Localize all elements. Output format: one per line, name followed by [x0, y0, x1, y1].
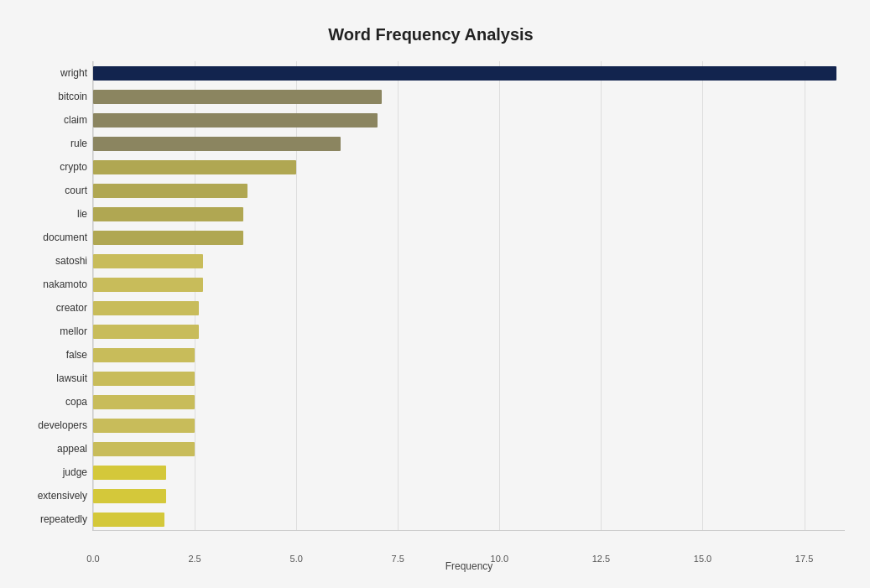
y-label-lie: lie — [17, 202, 87, 226]
y-label-repeatedly: repeatedly — [17, 507, 87, 531]
bar-row-nakamoto — [93, 278, 845, 292]
bar-row-claim — [93, 113, 845, 127]
grid-line — [805, 61, 805, 530]
bar-lawsuit — [93, 372, 195, 386]
y-label-satoshi: satoshi — [17, 249, 87, 273]
bar-row-mellor — [93, 325, 845, 339]
bar-repeatedly — [93, 513, 164, 527]
y-label-copa: copa — [17, 390, 87, 414]
bar-appeal — [93, 442, 195, 456]
bar-extensively — [93, 489, 166, 503]
bar-nakamoto — [93, 278, 203, 292]
bar-creator — [93, 301, 199, 315]
y-label-mellor: mellor — [17, 320, 87, 343]
grid-line — [93, 61, 94, 530]
bar-row-court — [93, 184, 845, 198]
bar-copa — [93, 395, 195, 409]
grid-line — [296, 61, 297, 530]
x-tick-label: 0.0 — [86, 554, 99, 564]
grid-line — [702, 61, 703, 530]
bar-row-appeal — [93, 442, 845, 456]
y-label-nakamoto: nakamoto — [17, 273, 87, 296]
y-label-court: court — [17, 179, 87, 202]
y-labels: wrightbitcoinclaimrulecryptocourtliedocu… — [17, 61, 92, 531]
y-label-rule: rule — [17, 132, 87, 155]
bar-row-bitcoin — [93, 90, 845, 104]
x-tick-label: 12.5 — [592, 554, 610, 564]
bar-row-lie — [93, 207, 845, 221]
chart-area: wrightbitcoinclaimrulecryptocourtliedocu… — [17, 61, 845, 531]
x-tick-label: 10.0 — [491, 554, 508, 564]
bar-lie — [93, 207, 243, 221]
y-label-extensively: extensively — [17, 484, 87, 507]
y-label-developers: developers — [17, 414, 87, 437]
x-tick-label: 17.5 — [795, 554, 813, 564]
y-label-crypto: crypto — [17, 155, 87, 179]
bar-row-repeatedly — [93, 513, 845, 527]
bar-court — [93, 184, 247, 198]
y-label-bitcoin: bitcoin — [17, 85, 87, 108]
bar-row-lawsuit — [93, 372, 845, 386]
y-label-claim: claim — [17, 108, 87, 132]
grid-line — [499, 61, 500, 530]
bar-row-creator — [93, 301, 845, 315]
bar-satoshi — [93, 254, 203, 268]
bar-document — [93, 231, 243, 245]
x-axis-title: Frequency — [445, 560, 493, 572]
bar-row-false — [93, 348, 845, 362]
y-label-appeal: appeal — [17, 437, 87, 461]
bar-row-judge — [93, 466, 845, 480]
bar-row-wright — [93, 66, 845, 81]
x-tick-label: 15.0 — [694, 554, 711, 564]
bar-row-developers — [93, 419, 845, 433]
y-label-lawsuit: lawsuit — [17, 367, 87, 390]
chart-container: Word Frequency Analysis wrightbitcoincla… — [0, 0, 870, 588]
bar-judge — [93, 466, 166, 480]
grid-line — [398, 61, 399, 530]
grid-line — [601, 61, 602, 530]
bar-developers — [93, 419, 195, 433]
bar-false — [93, 348, 195, 362]
bars-area: 0.02.55.07.510.012.515.017.5 Frequency — [92, 61, 845, 531]
y-label-judge: judge — [17, 461, 87, 484]
bar-row-rule — [93, 137, 845, 151]
y-label-creator: creator — [17, 296, 87, 320]
x-tick-label: 2.5 — [188, 554, 201, 564]
y-label-document: document — [17, 226, 87, 249]
bar-row-satoshi — [93, 254, 845, 268]
bar-mellor — [93, 325, 199, 339]
bar-bitcoin — [93, 90, 382, 104]
bar-wright — [93, 66, 836, 81]
bar-row-copa — [93, 395, 845, 409]
x-tick-label: 5.0 — [290, 554, 303, 564]
bar-crypto — [93, 160, 296, 174]
bar-row-extensively — [93, 489, 845, 503]
x-tick-label: 7.5 — [392, 554, 404, 564]
bar-row-document — [93, 231, 845, 245]
bar-rule — [93, 137, 341, 151]
y-label-wright: wright — [17, 61, 87, 85]
chart-title: Word Frequency Analysis — [17, 17, 845, 44]
bar-row-crypto — [93, 160, 845, 174]
grid-line — [195, 61, 195, 530]
bar-claim — [93, 113, 378, 127]
y-label-false: false — [17, 343, 87, 367]
